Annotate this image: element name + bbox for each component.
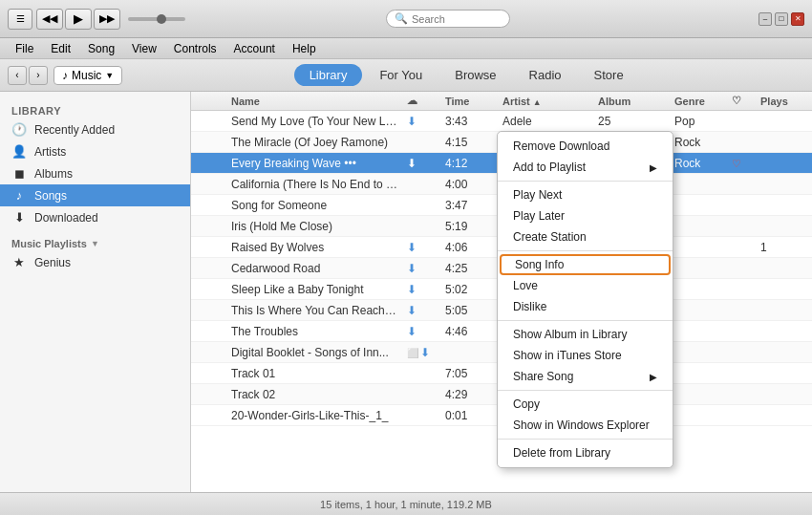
context-menu-separator — [498, 439, 673, 440]
download-icon: ⬇ — [407, 241, 417, 254]
row-name: Every Breaking Wave ••• — [227, 157, 403, 170]
sidebar-label-downloaded: Downloaded — [34, 211, 98, 225]
context-menu-item[interactable]: Delete from Library — [498, 442, 673, 463]
row-name: Sleep Like a Baby Tonight — [227, 283, 403, 296]
row-time: 5:02 — [441, 283, 499, 296]
menu-edit[interactable]: Edit — [43, 40, 78, 57]
sidebar-item-artists[interactable]: 👤 Artists — [0, 140, 190, 162]
minimize-button[interactable]: – — [759, 12, 772, 26]
context-menu-item[interactable]: Remove Download — [498, 136, 673, 157]
row-time: 5:05 — [441, 304, 499, 317]
tab-for-you[interactable]: For You — [364, 64, 438, 86]
volume-slider[interactable] — [128, 17, 185, 21]
sidebar-item-albums[interactable]: ◼ Albums — [0, 162, 190, 184]
table-row[interactable]: Send My Love (To Your New Lover) ⬇ 3:43 … — [191, 111, 812, 132]
row-name: Track 01 — [227, 367, 403, 380]
music-breadcrumb[interactable]: ♪ Music ▼ — [53, 66, 122, 85]
col-genre[interactable]: Genre — [671, 96, 728, 107]
context-menu-item[interactable]: Song Info — [500, 254, 671, 275]
row-name: Digital Booklet - Songs of Inn... — [227, 346, 403, 359]
context-menu-item[interactable]: Love — [498, 275, 673, 296]
context-menu-item[interactable]: Share Song▶ — [498, 366, 673, 387]
row-artist: Adele — [499, 115, 594, 128]
download-icon: ⬇ — [407, 115, 417, 128]
col-time[interactable]: Time — [441, 96, 499, 107]
context-menu-item[interactable]: Create Station — [498, 226, 673, 247]
fast-forward-button[interactable]: ▶▶ — [94, 9, 120, 30]
volume-thumb — [157, 14, 166, 24]
download-icon: ⬇ — [407, 325, 417, 338]
ctx-item-label: Love — [513, 279, 538, 292]
sidebar-item-genius[interactable]: ★ Genius — [0, 251, 190, 273]
tab-browse[interactable]: Browse — [439, 64, 511, 86]
download-icon: ⬇ — [407, 283, 417, 296]
sidebar-item-downloaded[interactable]: ⬇ Downloaded — [0, 206, 190, 228]
row-dl: ⬇ — [403, 262, 441, 275]
context-menu-item[interactable]: Dislike — [498, 296, 673, 317]
ctx-item-label: Show Album in Library — [513, 328, 627, 341]
context-menu-item[interactable]: Show Album in Library — [498, 324, 673, 345]
context-menu-item[interactable]: Play Later — [498, 205, 673, 226]
ctx-item-label: Dislike — [513, 300, 546, 313]
recently-added-icon: 🕐 — [11, 122, 27, 137]
ctx-item-label: Show in Windows Explorer — [513, 418, 650, 432]
context-menu-item[interactable]: Add to Playlist▶ — [498, 157, 673, 178]
col-album[interactable]: Album — [594, 96, 671, 107]
menu-song[interactable]: Song — [80, 40, 122, 57]
row-time: 4:25 — [441, 262, 499, 275]
ctx-item-label: Delete from Library — [513, 446, 610, 460]
menu-view[interactable]: View — [124, 40, 164, 57]
playlists-section-title[interactable]: Music Playlists ▼ — [0, 228, 190, 251]
row-time: 4:12 — [441, 157, 499, 170]
chevron-down-icon: ▼ — [105, 71, 114, 80]
row-name: Track 02 — [227, 388, 403, 401]
row-genre: Rock — [671, 157, 728, 170]
col-plays[interactable]: Plays — [757, 96, 804, 107]
col-name[interactable]: Name — [227, 96, 403, 107]
context-menu-item[interactable]: Play Next — [498, 184, 673, 205]
artists-icon: 👤 — [11, 144, 27, 159]
search-input[interactable] — [412, 13, 498, 25]
col-artist[interactable]: Artist ▲ — [499, 96, 594, 107]
tab-radio[interactable]: Radio — [514, 64, 577, 86]
context-menu-separator — [498, 390, 673, 391]
menu-file[interactable]: File — [8, 40, 41, 57]
search-box[interactable]: 🔍 — [386, 10, 510, 28]
sidebar-label-genius: Genius — [34, 256, 71, 269]
search-icon: 🔍 — [395, 12, 408, 25]
row-time: 4:46 — [441, 325, 499, 338]
ctx-item-label: Create Station — [513, 230, 587, 244]
row-time: 4:06 — [441, 241, 499, 254]
row-name: Raised By Wolves — [227, 241, 403, 254]
submenu-arrow-icon: ▶ — [650, 162, 657, 173]
context-menu-item[interactable]: Show in iTunes Store — [498, 345, 673, 366]
context-menu-item[interactable]: Show in Windows Explorer — [498, 415, 673, 436]
downloaded-icon: ⬇ — [11, 210, 27, 225]
row-time: 4:29 — [441, 388, 499, 401]
ctx-item-label: Song Info — [515, 258, 564, 271]
title-bar-controls: ☰ — [8, 9, 32, 30]
menu-controls[interactable]: Controls — [166, 40, 224, 57]
tab-library[interactable]: Library — [294, 64, 363, 86]
ctx-item-label: Play Later — [513, 209, 565, 223]
ctx-item-label: Copy — [513, 397, 540, 411]
heart-icon: ♡ — [732, 158, 741, 169]
tab-store[interactable]: Store — [579, 64, 639, 86]
context-menu-item[interactable]: Copy — [498, 394, 673, 415]
maximize-button[interactable]: □ — [775, 12, 788, 26]
rewind-button[interactable]: ◀◀ — [36, 9, 63, 30]
list-view-button[interactable]: ☰ — [8, 9, 32, 30]
play-button[interactable]: ▶ — [65, 9, 92, 30]
back-button[interactable]: ‹ — [8, 66, 27, 85]
sidebar-item-songs[interactable]: ♪ Songs — [0, 184, 190, 206]
close-button[interactable]: ✕ — [791, 12, 804, 26]
sidebar-item-recently-added[interactable]: 🕐 Recently Added — [0, 118, 190, 140]
forward-button[interactable]: › — [29, 66, 48, 85]
menu-help[interactable]: Help — [285, 40, 324, 57]
menu-account[interactable]: Account — [226, 40, 283, 57]
row-name: California (There Is No End to Love) — [227, 178, 403, 191]
row-time: 4:15 — [441, 136, 499, 149]
row-dl: ⬜⬇ — [403, 346, 441, 359]
genius-icon: ★ — [11, 255, 27, 269]
playlists-label: Music Playlists — [11, 238, 87, 249]
